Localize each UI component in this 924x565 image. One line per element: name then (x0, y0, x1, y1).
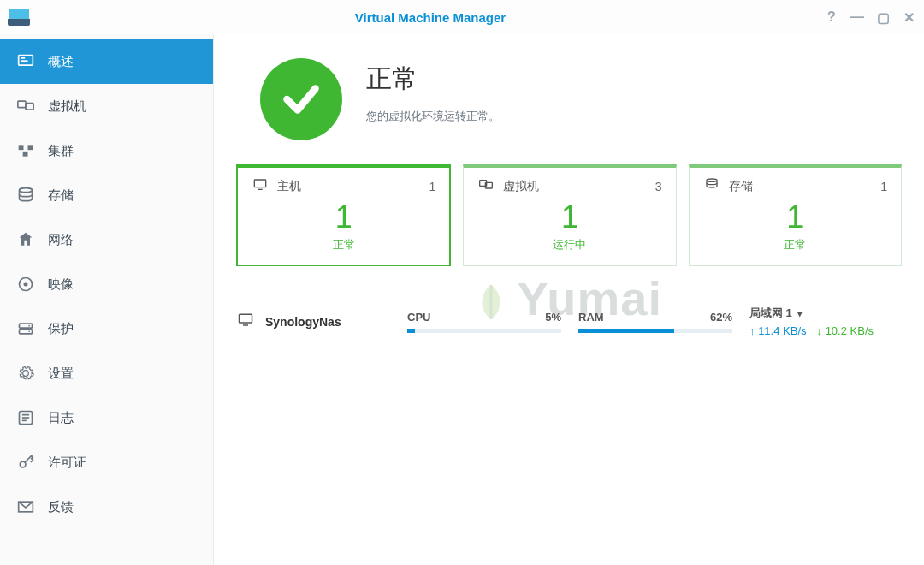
chevron-down-icon[interactable]: ▾ (797, 308, 803, 319)
sidebar-item-cluster[interactable]: 集群 (0, 128, 213, 173)
summary-cards: 主机 1 1 正常 虚拟机 3 (236, 164, 902, 266)
upload-speed: 11.4 KB/s (749, 324, 807, 337)
ram-label: RAM (578, 311, 604, 324)
status-ok-icon (260, 58, 342, 140)
envelope-icon (15, 498, 36, 515)
sidebar-item-protection[interactable]: 保护 (0, 306, 213, 351)
cluster-icon (15, 142, 36, 159)
card-number: 1 (477, 199, 661, 235)
svg-point-19 (20, 461, 26, 467)
sidebar-item-label: 存储 (48, 187, 74, 204)
sidebar-item-feedback[interactable]: 反馈 (0, 485, 213, 529)
svg-rect-7 (23, 152, 28, 157)
card-sublabel: 正常 (703, 237, 887, 253)
svg-rect-1 (21, 57, 25, 59)
monitor-icon (236, 312, 255, 330)
card-sublabel: 运行中 (477, 237, 661, 253)
minimize-button[interactable]: — (850, 10, 864, 24)
card-sublabel: 正常 (252, 237, 435, 253)
status-description: 您的虚拟化环境运转正常。 (366, 109, 500, 124)
card-host[interactable]: 主机 1 1 正常 (236, 164, 451, 266)
image-icon (15, 276, 36, 293)
svg-point-25 (707, 179, 717, 181)
close-button[interactable]: ✕ (902, 10, 915, 24)
vm-icon (15, 98, 36, 115)
svg-rect-11 (20, 324, 33, 328)
svg-rect-21 (254, 180, 265, 187)
maximize-button[interactable]: ▢ (876, 10, 890, 24)
storage-icon (703, 178, 720, 194)
card-storage[interactable]: 存储 1 1 正常 (689, 164, 902, 266)
card-number: 1 (252, 199, 435, 235)
host-name-text: SynologyNas (265, 315, 341, 329)
main-panel: 正常 您的虚拟化环境运转正常。 主机 1 1 正常 (214, 34, 924, 565)
arrow-up-icon (749, 324, 755, 337)
protection-icon (15, 320, 36, 337)
overview-icon (15, 53, 36, 70)
cpu-label: CPU (407, 311, 430, 324)
svg-rect-0 (19, 56, 33, 66)
svg-rect-26 (240, 314, 252, 323)
host-name[interactable]: SynologyNas (236, 312, 390, 330)
cpu-metric: CPU 5% (407, 311, 561, 333)
card-vm[interactable]: 虚拟机 3 1 运行中 (463, 164, 676, 266)
app-title: Virtual Machine Manager (36, 10, 825, 25)
sidebar-item-network[interactable]: 网络 (0, 217, 213, 262)
help-button[interactable]: ? (825, 10, 838, 24)
sidebar-item-log[interactable]: 日志 (0, 396, 213, 440)
sidebar-item-license[interactable]: 许可证 (0, 440, 213, 485)
titlebar: Virtual Machine Manager ? — ▢ ✕ (0, 0, 924, 34)
monitor-icon (252, 178, 269, 194)
sidebar-item-vm[interactable]: 虚拟机 (0, 84, 213, 128)
network-icon (15, 231, 36, 248)
svg-point-10 (24, 282, 28, 287)
svg-rect-2 (21, 60, 27, 62)
card-count: 3 (655, 180, 662, 193)
svg-rect-6 (28, 145, 33, 150)
app-icon (9, 9, 29, 26)
window-controls: ? — ▢ ✕ (825, 10, 915, 24)
card-number: 1 (703, 199, 887, 235)
card-title: 虚拟机 (503, 179, 539, 194)
download-speed: 10.2 KB/s (817, 324, 874, 337)
ram-metric: RAM 62% (578, 311, 732, 333)
sidebar-item-label: 概述 (48, 54, 74, 70)
svg-point-13 (28, 325, 30, 327)
card-title: 主机 (277, 179, 301, 194)
sidebar: 概述 虚拟机 集群 存储 网络 (0, 34, 214, 565)
ram-value: 62% (710, 311, 732, 324)
host-row: SynologyNas CPU 5% RAM 62% 局域网 1 (236, 306, 902, 337)
cpu-value: 5% (545, 311, 561, 324)
svg-rect-4 (26, 104, 33, 110)
sidebar-item-settings[interactable]: 设置 (0, 351, 213, 396)
key-icon (15, 454, 36, 471)
vm-icon (477, 178, 495, 194)
status-heading: 正常 (366, 62, 500, 97)
lan-label: 局域网 1 (749, 306, 792, 321)
sidebar-item-overview[interactable]: 概述 (0, 39, 213, 84)
svg-point-14 (28, 331, 30, 333)
card-count: 1 (880, 180, 887, 193)
sidebar-item-label: 映像 (48, 277, 74, 293)
sidebar-item-storage[interactable]: 存储 (0, 173, 213, 217)
sidebar-item-label: 许可证 (48, 455, 86, 471)
status-row: 正常 您的虚拟化环境运转正常。 (236, 53, 902, 140)
sidebar-item-label: 设置 (48, 366, 74, 382)
svg-rect-3 (18, 101, 26, 108)
network-metric: 局域网 1 ▾ 11.4 KB/s 10.2 KB/s (749, 306, 874, 337)
sidebar-item-label: 网络 (48, 232, 74, 248)
sidebar-item-image[interactable]: 映像 (0, 262, 213, 306)
sidebar-item-label: 虚拟机 (48, 98, 86, 115)
arrow-down-icon (817, 324, 823, 337)
svg-rect-5 (19, 145, 24, 150)
svg-point-8 (20, 188, 33, 193)
sidebar-item-label: 保护 (48, 321, 74, 337)
gear-icon (15, 365, 36, 382)
svg-rect-12 (20, 330, 33, 334)
storage-icon (15, 187, 36, 204)
card-title: 存储 (729, 179, 753, 194)
card-count: 1 (429, 180, 436, 193)
sidebar-item-label: 日志 (48, 410, 74, 426)
cpu-bar (407, 329, 561, 333)
log-icon (15, 409, 36, 426)
